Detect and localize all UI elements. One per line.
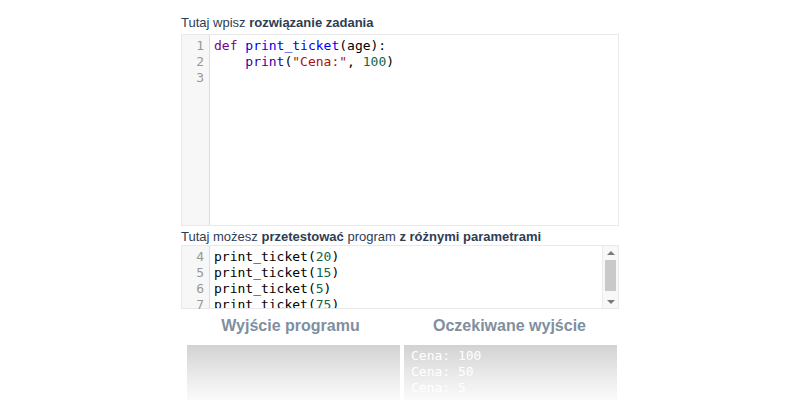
program-output-header: Wyjście programu — [181, 317, 400, 335]
editor-gutter: 1 2 3 — [182, 35, 210, 225]
code-token: ) — [331, 249, 339, 264]
code-token: print — [245, 54, 284, 69]
editor-gutter: 4 5 6 7 — [182, 246, 210, 308]
code-line: print("Cena:", 100) — [214, 54, 618, 70]
code-token: , — [347, 54, 363, 69]
code-token — [214, 54, 245, 69]
code-line: print_ticket(75) — [214, 297, 603, 308]
code-line: print_ticket(5) — [214, 281, 603, 297]
test-label-p1: Tutaj możesz — [181, 229, 261, 244]
test-label-b1: przetestować — [261, 229, 343, 244]
expected-output-line: Cena: 50 — [404, 364, 617, 380]
expected-output-panel: Cena: 100 Cena: 50 Cena: 5 — [404, 345, 617, 400]
code-area-wrap: print_ticket(20) print_ticket(15) print_… — [210, 246, 618, 308]
code-token: print_ticket( — [214, 249, 316, 264]
line-number: 6 — [182, 281, 204, 297]
expected-output-header: Oczekiwane wyjście — [400, 317, 619, 335]
line-number: 5 — [182, 265, 204, 281]
test-label-p2: program — [344, 229, 400, 244]
test-label: Tutaj możesz przetestować program z różn… — [181, 229, 541, 244]
line-number: 1 — [182, 38, 204, 54]
solution-label-bold: rozwiązanie zadania — [249, 15, 373, 30]
code-area[interactable]: print_ticket(20) print_ticket(15) print_… — [210, 246, 603, 308]
code-token: ) — [331, 297, 339, 308]
test-code-editor[interactable]: 4 5 6 7 print_ticket(20) print_ticket(15… — [181, 245, 619, 309]
line-number: 7 — [182, 297, 204, 313]
expected-output-line: Cena: 100 — [404, 345, 617, 364]
code-line: def print_ticket(age): — [214, 38, 618, 54]
scroll-up-button[interactable] — [603, 246, 618, 259]
solution-label-prefix: Tutaj wpisz — [181, 15, 249, 30]
triangle-up-icon — [607, 251, 615, 255]
code-token: ) — [331, 265, 339, 280]
exercise-page: Tutaj wpisz rozwiązanie zadania 1 2 3 de… — [0, 0, 800, 400]
code-token: print_ticket( — [214, 297, 316, 308]
test-label-b2: z różnymi parametrami — [399, 229, 541, 244]
code-token: print_ticket( — [214, 281, 316, 296]
line-number: 4 — [182, 249, 204, 265]
scrollbar-thumb[interactable] — [605, 260, 616, 291]
line-number: 2 — [182, 54, 204, 70]
code-token: 100 — [363, 54, 386, 69]
scroll-down-button[interactable] — [603, 295, 618, 308]
code-token: def — [214, 38, 237, 53]
program-output-panel — [187, 345, 400, 400]
code-line: print_ticket(20) — [214, 249, 603, 265]
code-token: ) — [324, 281, 332, 296]
code-line — [214, 70, 618, 86]
line-number: 3 — [182, 70, 204, 86]
results-headers: Wyjście programu Oczekiwane wyjście — [181, 317, 619, 335]
code-token: (age): — [339, 38, 386, 53]
code-token: 75 — [316, 297, 332, 308]
code-token: 5 — [316, 281, 324, 296]
vertical-scrollbar[interactable] — [602, 246, 618, 308]
triangle-down-icon — [607, 300, 615, 304]
code-token: 20 — [316, 249, 332, 264]
code-token: ) — [386, 54, 394, 69]
code-token: print_ticket — [245, 38, 339, 53]
code-line: print_ticket(15) — [214, 265, 603, 281]
code-token: print_ticket( — [214, 265, 316, 280]
solution-code-editor[interactable]: 1 2 3 def print_ticket(age): print("Cena… — [181, 34, 619, 226]
code-area[interactable]: def print_ticket(age): print("Cena:", 10… — [210, 35, 618, 225]
code-token: 15 — [316, 265, 332, 280]
expected-output-line: Cena: 5 — [404, 380, 617, 396]
solution-label: Tutaj wpisz rozwiązanie zadania — [181, 15, 373, 30]
code-token: "Cena:" — [292, 54, 347, 69]
